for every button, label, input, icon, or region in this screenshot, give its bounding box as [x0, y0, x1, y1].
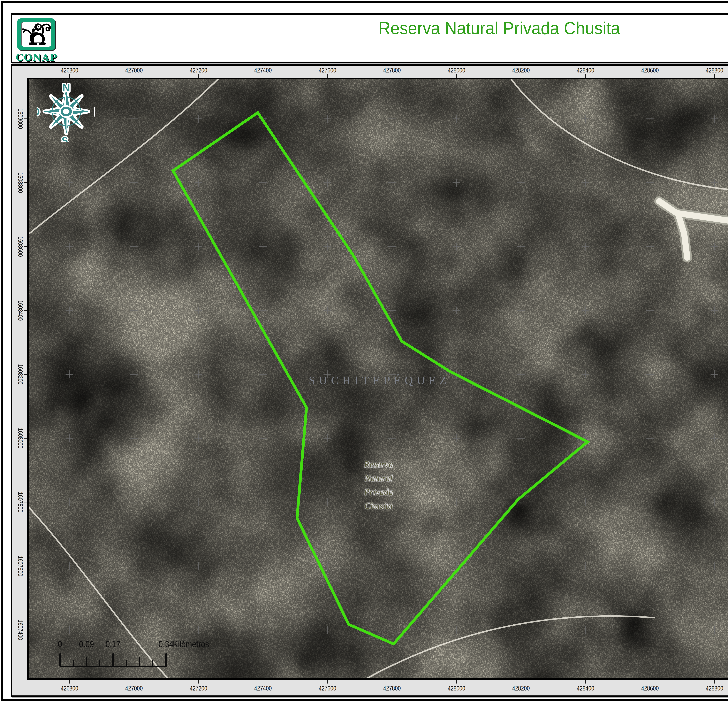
scalebar-tick [59, 653, 61, 667]
grid-coordinate-label-top: 428800 [706, 67, 723, 74]
grid-coordinate-label-top: 427800 [383, 67, 401, 74]
scalebar-tick [113, 653, 114, 667]
grid-coordinate-label-left: 1608600 [17, 236, 24, 257]
reserve-name-line: Natural [364, 471, 393, 485]
scalebar-tick [99, 660, 100, 667]
grid-coordinate-label-bottom: 428600 [641, 685, 659, 692]
grid-coordinate-label-top: 427200 [190, 67, 207, 74]
grid-tick-bottom [456, 680, 457, 683]
grid-tick-top [650, 74, 650, 78]
map-frame: N E S O SUCHITEPÉQUEZ Reserva Natural Pr… [27, 78, 728, 680]
grid-coordinate-label-bottom: 427600 [319, 685, 336, 692]
compass-east-label: E [94, 106, 95, 118]
grid-tick-top [714, 74, 715, 78]
scalebar-label-0.34: 0.34 [159, 639, 173, 649]
grid-coordinate-label-bottom: 426800 [61, 685, 78, 692]
grid-coordinate-label-top: 428600 [641, 67, 659, 74]
grid-tick-left [24, 502, 27, 502]
grid-tick-left [24, 246, 27, 247]
grid-tick-left [24, 310, 27, 311]
compass-west-label: O [37, 106, 40, 118]
conap-wordmark: CONAP [16, 52, 57, 63]
compass-rose-icon: N E S O [37, 81, 95, 142]
grid-coordinate-label-bottom: 427200 [190, 685, 207, 692]
grid-coordinate-label-bottom: 428000 [448, 685, 465, 692]
scalebar-label-0: 0 [58, 639, 62, 649]
grid-tick-top [327, 74, 328, 78]
grid-coordinate-label-left: 1607400 [17, 620, 24, 640]
grid-coordinate-label-bottom: 428800 [706, 685, 723, 692]
department-label: SUCHITEPÉQUEZ [309, 374, 450, 387]
grid-coordinate-label-top: 427400 [254, 67, 272, 74]
scalebar-tick [73, 660, 74, 667]
page-title: Reserva Natural Privada Chusita [378, 18, 620, 38]
grid-coordinate-label-left: 1609000 [17, 108, 24, 129]
scalebar-tick [152, 660, 153, 667]
grid-tick-bottom [134, 680, 134, 683]
scalebar-tick [139, 657, 140, 667]
grid-coordinate-label-top: 428000 [448, 67, 465, 74]
grid-tick-bottom [391, 680, 392, 683]
grid-tick-top [134, 74, 134, 78]
mayan-monkey-icon [21, 22, 51, 46]
grid-coordinate-label-left: 1607800 [17, 492, 24, 512]
grid-coordinate-label-bottom: 427400 [254, 685, 272, 692]
grid-tick-top [456, 74, 457, 78]
grid-tick-top [69, 74, 70, 78]
grid-tick-top [391, 74, 392, 78]
grid-coordinate-label-top: 427600 [319, 67, 336, 74]
grid-tick-bottom [585, 680, 586, 683]
scalebar-label-0.17: 0.17 [105, 639, 121, 649]
grid-tick-left [24, 566, 27, 567]
reserve-name-line: Reserva [364, 457, 393, 471]
grid-tick-bottom [650, 680, 650, 683]
grid-coordinate-label-bottom: 427800 [383, 685, 401, 692]
scalebar-unit-label: Kilómetros [173, 639, 209, 649]
grid-tick-bottom [521, 680, 521, 683]
grid-coordinate-label-left: 1608000 [17, 428, 24, 448]
grid-tick-left [24, 182, 27, 183]
scalebar-tick [126, 660, 127, 667]
reserve-name-line: Chusita [364, 499, 393, 513]
conap-logo-inner [21, 22, 51, 46]
grid-coordinate-label-bottom: 428200 [512, 685, 530, 692]
grid-tick-bottom [69, 680, 70, 683]
scalebar-label-0.09: 0.09 [79, 639, 94, 649]
map-block: N E S O SUCHITEPÉQUEZ Reserva Natural Pr… [11, 64, 728, 697]
grid-tick-left [24, 374, 27, 375]
grid-coordinate-label-left: 1608800 [17, 173, 24, 193]
grid-tick-bottom [263, 680, 263, 683]
grid-tick-left [24, 630, 27, 630]
grid-tick-top [198, 74, 199, 78]
grid-coordinate-label-top: 427000 [125, 67, 143, 74]
compass-south-label: S [62, 135, 68, 142]
conap-logo: CONAP [17, 18, 55, 60]
grid-coordinate-label-left: 1607600 [17, 556, 24, 576]
reserve-name-label: Reserva Natural Privada Chusita [364, 457, 393, 513]
grid-tick-bottom [714, 680, 715, 683]
grid-coordinate-label-top: 428400 [577, 67, 594, 74]
header: CONAP Reserva Natural Privada Chusita DA… [11, 13, 728, 63]
conap-logo-frame [17, 18, 55, 50]
grid-coordinate-label-bottom: 427000 [125, 685, 143, 692]
grid-tick-top [263, 74, 263, 78]
scalebar-tick [86, 657, 87, 667]
grid-tick-top [585, 74, 586, 78]
grid-tick-bottom [198, 680, 199, 683]
grid-coordinate-label-top: 426800 [61, 67, 78, 74]
grid-coordinate-label-top: 428200 [512, 67, 530, 74]
reserve-name-line: Privada [364, 485, 393, 499]
grid-tick-top [521, 74, 521, 78]
grid-coordinate-label-left: 1608200 [17, 364, 24, 385]
grid-tick-left [24, 438, 27, 438]
grid-tick-bottom [327, 680, 328, 683]
scalebar-tick [165, 653, 167, 667]
grid-tick-left [24, 118, 27, 119]
grid-coordinate-label-bottom: 428400 [577, 685, 594, 692]
compass-north-label: N [62, 82, 70, 94]
grid-coordinate-label-left: 1608400 [17, 300, 24, 321]
